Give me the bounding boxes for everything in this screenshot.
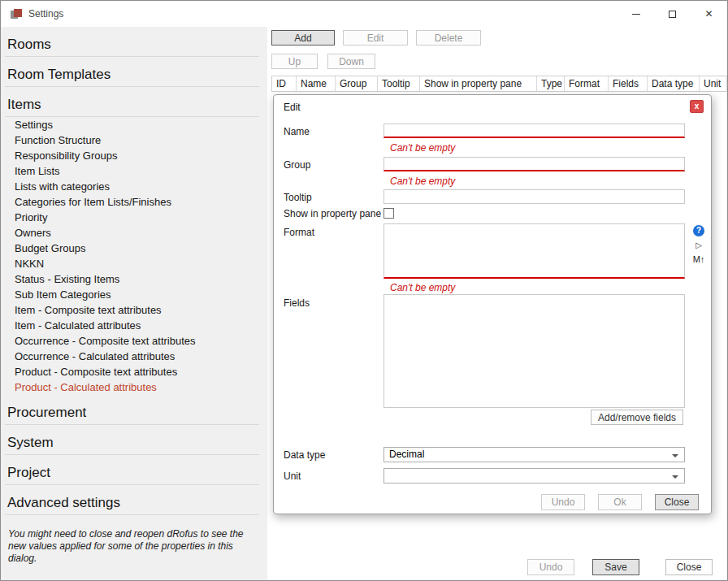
toolbar-row-1: Add Edit Delete xyxy=(271,30,481,46)
chevron-down-icon xyxy=(672,475,678,479)
column-header-label: Name xyxy=(301,78,327,89)
format-error: Can't be empty xyxy=(390,282,455,293)
sidebar-item[interactable]: Budget Groups xyxy=(1,241,267,256)
column-header[interactable]: Show in property pane xyxy=(420,76,537,91)
format-label: Format xyxy=(284,227,314,238)
column-header[interactable]: ID xyxy=(272,76,297,91)
column-header[interactable]: Format xyxy=(565,76,609,91)
edit-dialog: Edit x Name Can't be empty Group Can't b… xyxy=(273,94,712,514)
dialog-close-button[interactable]: x xyxy=(690,100,704,113)
help-icon[interactable]: ? xyxy=(693,225,704,236)
unit-select[interactable] xyxy=(384,468,685,483)
edit-button[interactable]: Edit xyxy=(343,30,408,46)
chevron-down-icon xyxy=(672,454,678,457)
sidebar-item[interactable]: Item - Calculated attributes xyxy=(1,318,267,333)
sidebar-item[interactable]: Categories for Item Lists/Finishes xyxy=(1,194,267,210)
main-panel: Add Edit Delete Up Down ID Name Group xyxy=(267,27,727,580)
sidebar-item-label: Budget Groups xyxy=(15,242,85,254)
column-header-label: Show in property pane xyxy=(424,78,522,89)
sidebar-item-label: Responsibility Groups xyxy=(15,150,117,162)
run-icon[interactable]: ▷ xyxy=(696,241,702,250)
sidebar-section-rooms[interactable]: Rooms xyxy=(1,27,267,56)
footer-close-button[interactable]: Close xyxy=(665,559,713,575)
sidebar-section-system[interactable]: System xyxy=(1,425,267,454)
sidebar-item[interactable]: Responsibility Groups xyxy=(1,148,267,163)
column-header[interactable]: Name xyxy=(297,76,336,91)
sidebar-item[interactable]: Function Structure xyxy=(1,132,267,148)
dialog-undo-button[interactable]: Undo xyxy=(541,494,585,510)
delete-button[interactable]: Delete xyxy=(416,30,481,46)
format-textarea[interactable] xyxy=(384,223,685,279)
column-header[interactable]: Fields xyxy=(609,76,648,91)
footer-save-button[interactable]: Save xyxy=(592,559,639,575)
fields-textarea[interactable] xyxy=(384,294,685,408)
name-input[interactable] xyxy=(384,124,685,138)
sidebar-item[interactable]: NKKN xyxy=(1,256,267,271)
column-header-label: Group xyxy=(340,78,366,89)
sidebar-item[interactable]: Priority xyxy=(1,210,267,225)
items-subsection: Settings Function Structure Responsibili… xyxy=(1,117,267,395)
sidebar-item-label: Item Lists xyxy=(15,165,60,177)
column-header[interactable]: Tooltip xyxy=(378,76,420,91)
divider xyxy=(5,514,259,515)
column-header[interactable]: Unit xyxy=(700,76,727,91)
show-in-property-pane-label: Show in property pane xyxy=(284,208,381,219)
sidebar-item[interactable]: Sub Item Categories xyxy=(1,287,267,302)
sidebar-item[interactable]: Owners xyxy=(1,225,267,241)
maximize-icon xyxy=(669,11,676,18)
close-button[interactable]: ✕ xyxy=(691,1,727,27)
sidebar-section-project[interactable]: Project xyxy=(1,455,267,484)
sidebar-section-advanced-settings[interactable]: Advanced settings xyxy=(1,485,267,514)
minimize-button[interactable] xyxy=(618,1,654,27)
tooltip-input[interactable] xyxy=(384,189,685,204)
dialog-title: Edit xyxy=(284,102,301,113)
window-controls: ✕ xyxy=(618,1,727,27)
sidebar-item-label: Lists with categories xyxy=(15,180,110,193)
sidebar-section-procurement[interactable]: Procurement xyxy=(1,395,267,424)
sidebar-item[interactable]: Lists with categories xyxy=(1,179,267,194)
group-input[interactable] xyxy=(384,157,685,171)
sidebar-item[interactable]: Occurrence - Composite text attributes xyxy=(1,333,267,349)
name-label: Name xyxy=(284,126,310,137)
app-icon xyxy=(10,7,23,20)
sidebar-item-label: NKKN xyxy=(15,258,44,270)
maximize-button[interactable] xyxy=(654,1,691,27)
down-button[interactable]: Down xyxy=(327,54,375,69)
name-error: Can't be empty xyxy=(390,142,455,154)
up-button[interactable]: Up xyxy=(271,54,318,69)
sidebar-note: You might need to close and reopen dRofu… xyxy=(8,528,258,565)
window-title: Settings xyxy=(28,1,63,27)
toolbar-row-2: Up Down xyxy=(271,54,375,69)
data-type-select[interactable]: Decimal xyxy=(384,447,685,462)
sidebar-item[interactable]: Status - Existing Items xyxy=(1,271,267,287)
sidebar-section-room-templates[interactable]: Room Templates xyxy=(1,57,267,86)
sidebar-item[interactable]: Product - Calculated attributes xyxy=(1,379,267,395)
sidebar-item[interactable]: Settings xyxy=(1,117,267,132)
sidebar-item[interactable]: Product - Composite text attributes xyxy=(1,364,267,379)
add-button[interactable]: Add xyxy=(271,30,335,46)
window-footer: Undo Save Close xyxy=(527,559,713,575)
add-remove-fields-button[interactable]: Add/remove fields xyxy=(591,410,683,425)
dialog-ok-button[interactable]: Ok xyxy=(598,494,642,510)
column-header-label: Unit xyxy=(704,78,721,89)
sidebar-item[interactable]: Item Lists xyxy=(1,163,267,179)
footer-undo-button[interactable]: Undo xyxy=(527,559,574,575)
column-header[interactable]: Data type xyxy=(648,76,700,91)
macro-up-icon[interactable]: M↑ xyxy=(693,254,705,265)
column-header-label: Tooltip xyxy=(382,78,410,89)
sidebar-item[interactable]: Item - Composite text attributes xyxy=(1,302,267,318)
close-icon: ✕ xyxy=(704,8,713,20)
sidebar-item-label: Owners xyxy=(15,227,51,239)
data-type-label: Data type xyxy=(284,449,325,461)
table-header: ID Name Group Tooltip Show in property p… xyxy=(271,76,727,92)
sidebar-item[interactable]: Occurrence - Calculated attributes xyxy=(1,349,267,364)
column-header[interactable]: Type xyxy=(537,76,565,91)
settings-sidebar: Rooms Room Templates Items Settings Func… xyxy=(1,27,267,580)
sidebar-item-label: Settings xyxy=(15,119,53,131)
sidebar-section-items[interactable]: Items xyxy=(1,87,267,116)
titlebar: Settings ✕ xyxy=(1,1,727,27)
dialog-close-action-button[interactable]: Close xyxy=(655,494,699,510)
group-error: Can't be empty xyxy=(390,176,455,187)
column-header[interactable]: Group xyxy=(336,76,378,91)
show-in-property-pane-checkbox[interactable] xyxy=(384,208,394,219)
